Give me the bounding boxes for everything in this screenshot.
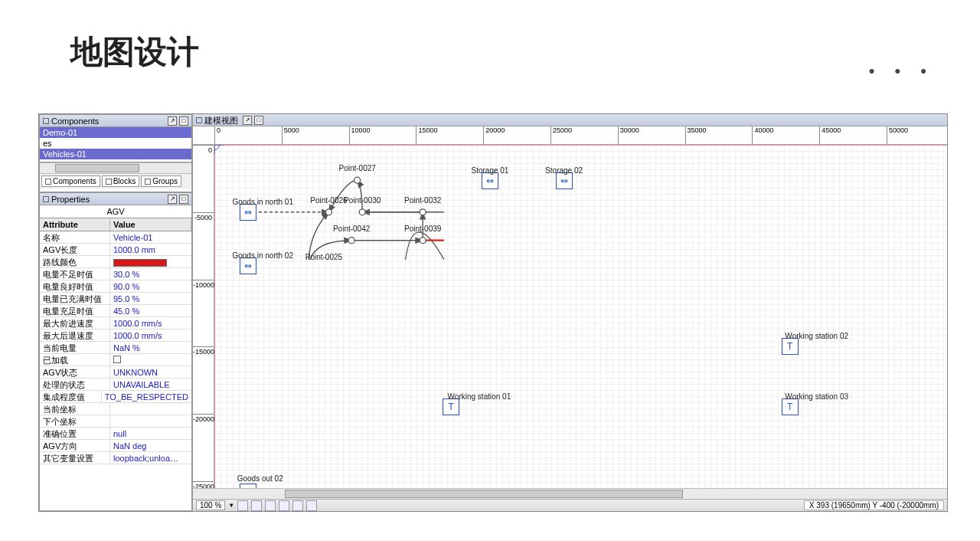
property-row[interactable]: 处理的状态UNAVAILABLE: [40, 379, 191, 391]
station-icon[interactable]: ⇔: [240, 204, 256, 221]
property-row[interactable]: 路线颜色: [40, 256, 191, 268]
property-attr: AGV方向: [40, 440, 110, 451]
col-attribute[interactable]: Attribute: [40, 218, 110, 231]
station-label: Storage 01: [472, 166, 509, 175]
detach-icon[interactable]: ↗: [168, 116, 177, 126]
doc-icon: [196, 117, 202, 123]
property-attr: 当前电量: [40, 342, 110, 353]
components-list[interactable]: Demo-01esVehicles-01: [40, 127, 191, 162]
map-node[interactable]: [420, 238, 426, 244]
edge[interactable]: [403, 232, 444, 260]
tool-icon-2[interactable]: [251, 500, 262, 511]
tool-icon-3[interactable]: [265, 500, 276, 511]
property-val[interactable]: 1000.0 mm/s: [110, 330, 191, 341]
property-row[interactable]: 最大后退速度1000.0 mm/s: [40, 330, 191, 342]
components-item[interactable]: Demo-01: [40, 127, 191, 138]
components-tab[interactable]: Blocks: [102, 175, 139, 187]
tool-icon-5[interactable]: [292, 500, 303, 511]
property-row[interactable]: 当前电量NaN %: [40, 342, 191, 354]
map-node[interactable]: [325, 209, 332, 215]
doc-icon: [43, 196, 49, 202]
property-attr: 电量已充满时值: [40, 293, 110, 304]
map-node[interactable]: [420, 209, 426, 215]
property-row[interactable]: 电量不足时值30.0 %: [40, 268, 191, 280]
property-val[interactable]: 90.0 %: [110, 280, 191, 292]
property-val[interactable]: 1000.0 mm/s: [110, 317, 191, 329]
property-row[interactable]: 名称Vehicle-01: [40, 231, 191, 244]
components-tabs: ComponentsBlocksGroups: [40, 173, 191, 189]
station-icon[interactable]: T: [782, 398, 799, 415]
property-val[interactable]: UNAVAILABLE: [110, 379, 191, 390]
property-val[interactable]: 45.0 %: [110, 305, 191, 316]
property-row[interactable]: 已加载: [40, 354, 191, 366]
property-row[interactable]: 其它变量设置loopback;unloa…: [40, 452, 191, 464]
property-row[interactable]: AGV状态UNKNOWN: [40, 366, 191, 379]
tool-icon-6[interactable]: [306, 500, 317, 511]
map-node[interactable]: [359, 209, 365, 215]
components-hscroll[interactable]: [40, 162, 191, 173]
property-attr: 电量充足时值: [40, 305, 110, 316]
maximize-icon[interactable]: □: [179, 116, 188, 126]
property-row[interactable]: 最大前进速度1000.0 mm/s: [40, 317, 191, 330]
components-tab[interactable]: Components: [41, 175, 100, 187]
property-val[interactable]: null: [110, 428, 191, 439]
components-tab[interactable]: Groups: [141, 175, 181, 187]
property-row[interactable]: AGV方向NaN deg: [40, 440, 191, 452]
property-row[interactable]: 准确位置null: [40, 428, 191, 440]
station-icon[interactable]: T: [443, 398, 459, 415]
map-node[interactable]: [354, 177, 361, 183]
canvas-hscroll[interactable]: [193, 488, 947, 499]
components-item[interactable]: es: [40, 138, 191, 149]
map-canvas[interactable]: Point-0027Point-0026Point-0030Point-0032…: [214, 145, 947, 488]
detach-icon[interactable]: ↗: [243, 116, 252, 125]
property-val[interactable]: Vehicle-01: [110, 231, 191, 243]
property-row[interactable]: 集成程度值TO_BE_RESPECTED: [40, 391, 191, 403]
station-label: Goods in north 02: [232, 251, 293, 259]
station-icon[interactable]: ⇔: [240, 257, 256, 274]
property-val[interactable]: 95.0 %: [110, 293, 191, 304]
maximize-icon[interactable]: □: [179, 195, 188, 204]
components-item[interactable]: Vehicles-01: [40, 149, 191, 159]
slide-title: 地图设计: [70, 31, 199, 74]
property-row[interactable]: 电量充足时值45.0 %: [40, 305, 191, 317]
property-val[interactable]: loopback;unloa…: [110, 452, 191, 464]
tool-icon-1[interactable]: [237, 500, 248, 511]
station-icon[interactable]: ⇔: [556, 172, 573, 189]
maximize-icon[interactable]: □: [254, 116, 263, 125]
property-val[interactable]: TO_BE_RESPECTED: [102, 391, 191, 402]
property-val[interactable]: UNKNOWN: [110, 366, 191, 378]
property-attr: 已加载: [40, 354, 110, 366]
property-attr: AGV状态: [40, 366, 110, 378]
col-value[interactable]: Value: [110, 218, 191, 231]
app-frame: Components ↗ □ Demo-01esVehicles-01 Comp…: [38, 113, 948, 512]
property-row[interactable]: AGV长度1000.0 mm: [40, 244, 191, 256]
components-panel-title: Components: [51, 115, 99, 127]
property-val[interactable]: [110, 256, 191, 267]
property-row[interactable]: 电量良好时值90.0 %: [40, 280, 191, 293]
property-attr: 最大前进速度: [40, 317, 110, 329]
property-attr: AGV长度: [40, 244, 110, 255]
property-row[interactable]: 当前坐标: [40, 403, 191, 415]
property-attr: 电量不足时值: [40, 268, 110, 280]
zoom-level[interactable]: 100 %: [196, 500, 225, 510]
property-val[interactable]: [110, 403, 191, 415]
property-val[interactable]: NaN deg: [110, 440, 191, 451]
node-label: Point-0030: [344, 196, 381, 205]
ruler-horizontal: 0500010000150002000025000300003500040000…: [193, 126, 947, 145]
property-row[interactable]: 下个坐标: [40, 415, 191, 428]
property-attr: 准确位置: [40, 428, 110, 439]
property-val[interactable]: 30.0 %: [110, 268, 191, 280]
doc-icon: [43, 118, 49, 124]
station-icon[interactable]: T: [782, 338, 799, 355]
property-val[interactable]: 1000.0 mm: [110, 244, 191, 255]
station-label: Storage 02: [545, 166, 583, 175]
station-icon[interactable]: ⇔: [482, 172, 498, 189]
map-node[interactable]: [348, 238, 354, 244]
property-val[interactable]: NaN %: [110, 342, 191, 353]
property-val[interactable]: [110, 354, 191, 366]
tool-icon-4[interactable]: [279, 500, 289, 511]
property-row[interactable]: 电量已充满时值95.0 %: [40, 293, 191, 305]
detach-icon[interactable]: ↗: [168, 195, 177, 204]
property-val[interactable]: [110, 415, 191, 427]
node-label: Point-0025: [305, 253, 343, 260]
